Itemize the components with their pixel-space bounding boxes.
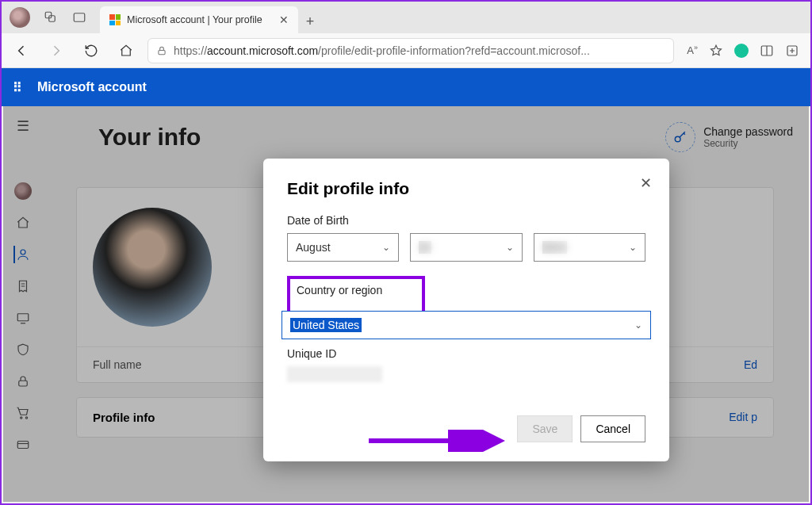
change-password-tile[interactable]: Change password Security: [665, 122, 793, 152]
sidebar-privacy-icon[interactable]: [14, 341, 32, 358]
lock-icon: [156, 45, 167, 56]
sidebar-devices-icon[interactable]: [14, 309, 32, 327]
collections-icon[interactable]: [785, 44, 799, 58]
split-screen-icon[interactable]: [760, 44, 774, 58]
context-sidebar: ☰: [3, 106, 43, 502]
close-tab-icon[interactable]: ✕: [279, 13, 289, 26]
save-button[interactable]: Save: [517, 415, 573, 442]
edit-name-link[interactable]: Ed: [744, 358, 757, 371]
svg-rect-11: [17, 442, 29, 449]
svg-rect-3: [159, 50, 165, 54]
svg-rect-7: [17, 314, 29, 321]
key-icon: [665, 122, 695, 152]
dob-month-select[interactable]: August ⌄: [287, 233, 399, 262]
chevron-down-icon: ⌄: [629, 242, 637, 253]
unique-id-label: Unique ID: [287, 347, 645, 360]
grammarly-icon[interactable]: [734, 44, 749, 58]
chevron-down-icon: ⌄: [382, 242, 390, 253]
new-tab-button[interactable]: +: [298, 13, 322, 33]
svg-point-12: [675, 136, 680, 142]
dob-day-select[interactable]: 00 ⌄: [410, 233, 522, 262]
sidebar-home-icon[interactable]: [14, 214, 32, 231]
dob-year-select[interactable]: 0000 ⌄: [534, 233, 645, 262]
sidebar-avatar-icon[interactable]: [14, 182, 32, 200]
read-aloud-icon[interactable]: A»: [687, 44, 698, 56]
taskview-icon[interactable]: [71, 10, 87, 25]
dob-label: Date of Birth: [287, 214, 645, 227]
browser-titlebar: Microsoft account | Your profile ✕ +: [2, 2, 810, 33]
workspaces-icon[interactable]: [43, 10, 59, 25]
svg-point-9: [20, 417, 21, 419]
change-password-sub: Security: [703, 138, 793, 149]
country-region-value: United States: [290, 318, 362, 332]
app-title: Microsoft account: [37, 80, 147, 94]
refresh-button[interactable]: [78, 37, 105, 64]
home-button[interactable]: [113, 37, 140, 64]
unique-id-value: [287, 366, 382, 382]
profile-avatar-icon[interactable]: [10, 7, 30, 28]
svg-rect-1: [49, 16, 56, 22]
close-modal-button[interactable]: ✕: [640, 174, 652, 192]
microsoft-logo-icon: [109, 14, 121, 25]
app-header: ⠿ Microsoft account: [2, 68, 810, 106]
modal-title: Edit profile info: [287, 179, 645, 198]
country-region-select[interactable]: United States ⌄: [282, 311, 651, 339]
forward-button: [43, 37, 70, 64]
change-password-label: Change password: [703, 125, 793, 138]
chevron-down-icon: ⌄: [634, 319, 642, 331]
url-input[interactable]: https://account.microsoft.com/profile/ed…: [147, 38, 674, 63]
region-label: Country or region: [297, 284, 416, 296]
back-button[interactable]: [8, 37, 35, 64]
svg-rect-8: [18, 381, 27, 386]
dob-day-value: 00: [419, 241, 431, 254]
sidebar-receipt-icon[interactable]: [14, 277, 32, 295]
browser-tab[interactable]: Microsoft account | Your profile ✕: [100, 6, 298, 33]
chevron-down-icon: ⌄: [506, 242, 514, 253]
url-text: https://account.microsoft.com/profile/ed…: [174, 44, 590, 57]
app-launcher-icon[interactable]: ⠿: [13, 80, 23, 95]
sidebar-cart-icon[interactable]: [14, 404, 32, 422]
dob-month-value: August: [296, 241, 331, 254]
sidebar-profile-icon[interactable]: [13, 246, 31, 263]
svg-rect-2: [74, 13, 85, 22]
svg-point-10: [25, 417, 27, 419]
profile-info-label: Profile info: [93, 411, 155, 424]
dob-year-value: 0000: [542, 241, 567, 254]
sidebar-payment-icon[interactable]: [14, 436, 32, 453]
menu-icon[interactable]: ☰: [14, 117, 32, 135]
favorite-icon[interactable]: [709, 44, 723, 58]
full-name-label: Full name: [93, 358, 141, 371]
tab-title: Microsoft account | Your profile: [127, 14, 262, 25]
browser-address-bar: https://account.microsoft.com/profile/ed…: [2, 33, 810, 68]
sidebar-security-icon[interactable]: [14, 373, 32, 390]
edit-profile-modal: Edit profile info ✕ Date of Birth August…: [263, 159, 669, 461]
edit-profile-link[interactable]: Edit p: [729, 411, 757, 424]
svg-point-6: [21, 250, 25, 254]
cancel-button[interactable]: Cancel: [580, 415, 645, 442]
svg-rect-0: [45, 12, 52, 18]
profile-photo[interactable]: [93, 208, 212, 327]
